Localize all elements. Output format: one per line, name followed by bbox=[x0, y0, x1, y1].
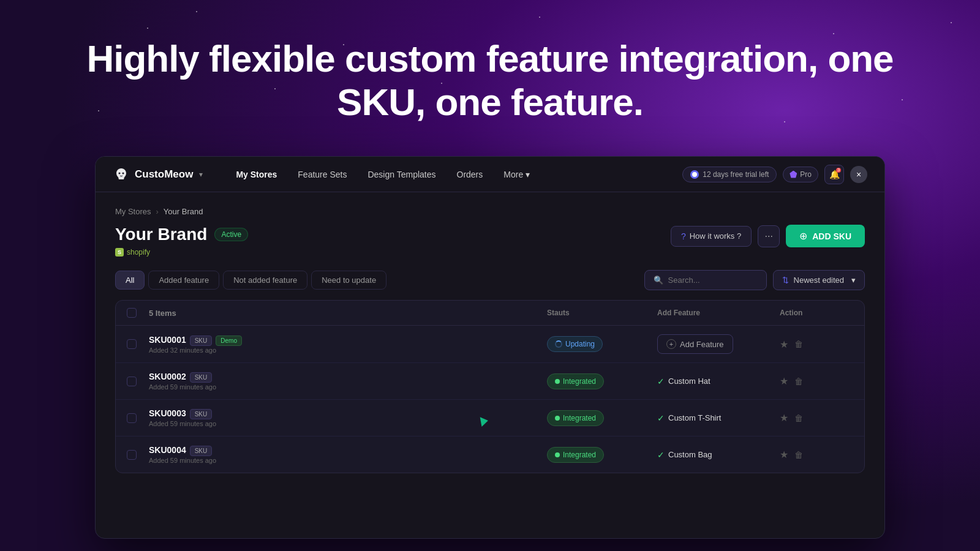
filter-tab-need-update[interactable]: Need to update bbox=[311, 271, 386, 290]
updating-spinner-icon bbox=[555, 340, 562, 348]
close-icon: × bbox=[856, 170, 861, 179]
row1-checkbox-cell bbox=[127, 339, 149, 349]
breadcrumb-current: Your Brand bbox=[164, 207, 203, 216]
row2-star-button[interactable]: ★ bbox=[780, 375, 788, 387]
row2-feature: ✓ Custom Hat bbox=[657, 377, 780, 386]
plus-icon: ⊕ bbox=[799, 230, 807, 242]
search-icon: 🔍 bbox=[654, 276, 663, 285]
row1-checkbox[interactable] bbox=[127, 339, 137, 349]
pro-badge: Pro bbox=[783, 167, 818, 182]
row3-checkbox[interactable] bbox=[127, 413, 137, 423]
app-window: CustoMeow ▾ My Stores Feature Sets Desig… bbox=[95, 156, 885, 539]
nav-design-templates[interactable]: Design Templates bbox=[359, 166, 444, 183]
filter-tabs: All Added feature Not added feature Need… bbox=[115, 271, 386, 290]
row2-time: Added 59 minutes ago bbox=[149, 383, 547, 391]
add-sku-button[interactable]: ⊕ ADD SKU bbox=[786, 225, 865, 247]
check-icon3: ✓ bbox=[657, 450, 665, 460]
hero-title: Highly flexible custom feature integrati… bbox=[61, 37, 919, 124]
table-row: SKU0001 SKU Demo Added 32 minutes ago Up… bbox=[116, 326, 864, 363]
gem-icon bbox=[790, 171, 797, 178]
close-button[interactable]: × bbox=[850, 166, 867, 183]
row3-feature-name: ✓ Custom T-Shirt bbox=[657, 413, 780, 423]
header-action: Action bbox=[780, 309, 853, 317]
main-content: My Stores › Your Brand Your Brand Active… bbox=[96, 192, 884, 538]
svg-point-2 bbox=[692, 172, 697, 177]
filter-tab-added[interactable]: Added feature bbox=[148, 271, 219, 290]
nav-right: 12 days free trial left Pro 🔔 3 × bbox=[682, 165, 867, 184]
row4-checkbox-cell bbox=[127, 450, 149, 460]
sort-icon: ⇅ bbox=[782, 276, 789, 285]
sort-chevron-icon: ▾ bbox=[851, 276, 856, 285]
row2-checkbox-cell bbox=[127, 377, 149, 386]
row2-feature-name: ✓ Custom Hat bbox=[657, 377, 780, 386]
logo-chevron-icon: ▾ bbox=[199, 170, 203, 179]
row1-status: Updating bbox=[547, 336, 657, 352]
page-title-row: Your Brand Active bbox=[115, 225, 248, 244]
add-feature-button[interactable]: + Updating Add Feature bbox=[657, 334, 733, 354]
row3-status-badge: Integrated bbox=[547, 410, 604, 426]
row4-star-button[interactable]: ★ bbox=[780, 449, 788, 460]
row1-sku-name: SKU0001 bbox=[149, 335, 186, 345]
breadcrumb-separator: › bbox=[156, 207, 159, 216]
row1-time: Added 32 minutes ago bbox=[149, 347, 547, 354]
shopify-icon: S bbox=[115, 248, 124, 257]
svg-point-1 bbox=[123, 172, 124, 174]
table-row: SKU0002 SKU Added 59 minutes ago Integra… bbox=[116, 363, 864, 400]
nav-more[interactable]: More ▾ bbox=[495, 166, 538, 183]
row2-badge-sku: SKU bbox=[190, 372, 213, 383]
nav-feature-sets[interactable]: Feature Sets bbox=[289, 166, 355, 183]
platform-badge: S shopify bbox=[115, 248, 248, 257]
row4-badge-sku: SKU bbox=[190, 446, 213, 456]
table-row: SKU0004 SKU Added 59 minutes ago Integra… bbox=[116, 437, 864, 473]
row4-sku-name: SKU0004 bbox=[149, 445, 186, 455]
logo-area[interactable]: CustoMeow ▾ bbox=[113, 166, 203, 183]
row3-actions: ★ 🗑 bbox=[780, 412, 853, 424]
row1-sku-info: SKU0001 SKU Demo Added 32 minutes ago bbox=[149, 335, 547, 354]
hero-section: Highly flexible custom feature integrati… bbox=[0, 37, 980, 124]
trial-icon bbox=[690, 170, 699, 179]
header-checkbox-cell bbox=[127, 308, 149, 318]
row1-delete-button[interactable]: 🗑 bbox=[794, 339, 803, 349]
row4-status-badge: Integrated bbox=[547, 447, 604, 463]
notification-dot: 3 bbox=[836, 168, 841, 173]
row3-star-button[interactable]: ★ bbox=[780, 412, 788, 424]
row2-actions: ★ 🗑 bbox=[780, 375, 853, 387]
row4-checkbox[interactable] bbox=[127, 450, 137, 460]
nav-links: My Stores Feature Sets Design Templates … bbox=[227, 166, 682, 183]
row4-time: Added 59 minutes ago bbox=[149, 457, 547, 464]
row2-delete-button[interactable]: 🗑 bbox=[794, 377, 803, 386]
sku-table: 5 Items Stauts Add feature Action SKU000… bbox=[115, 300, 865, 473]
more-options-button[interactable]: ··· bbox=[758, 225, 780, 247]
breadcrumb-parent[interactable]: My Stores bbox=[115, 207, 151, 216]
row3-feature: ✓ Custom T-Shirt bbox=[657, 413, 780, 423]
search-box[interactable]: 🔍 bbox=[644, 270, 767, 290]
search-input[interactable] bbox=[668, 276, 758, 285]
filter-tab-not-added[interactable]: Not added feature bbox=[223, 271, 307, 290]
pro-text: Pro bbox=[800, 170, 812, 179]
row4-delete-button[interactable]: 🗑 bbox=[794, 450, 803, 460]
header-add-feature: Add feature bbox=[657, 309, 780, 317]
row1-actions: ★ 🗑 bbox=[780, 339, 853, 350]
row2-checkbox[interactable] bbox=[127, 377, 137, 386]
sort-dropdown[interactable]: ⇅ Newest edited ▾ bbox=[773, 270, 865, 290]
row4-feature-name: ✓ Custom Bag bbox=[657, 450, 780, 460]
page-title: Your Brand bbox=[115, 225, 207, 244]
how-it-works-button[interactable]: ? How it works ? bbox=[671, 226, 752, 247]
header-items-count: 5 Items bbox=[149, 309, 547, 318]
integrated-dot-icon3 bbox=[555, 452, 560, 457]
row1-star-button[interactable]: ★ bbox=[780, 339, 788, 350]
more-chevron-icon: ▾ bbox=[526, 170, 530, 179]
filter-bar: All Added feature Not added feature Need… bbox=[115, 270, 865, 290]
table-header: 5 Items Stauts Add feature Action bbox=[116, 301, 864, 326]
integrated-dot-icon bbox=[555, 379, 560, 384]
select-all-checkbox[interactable] bbox=[127, 308, 137, 318]
breadcrumb: My Stores › Your Brand bbox=[115, 207, 865, 216]
trial-text: 12 days free trial left bbox=[703, 170, 769, 179]
row3-delete-button[interactable]: 🗑 bbox=[794, 413, 803, 423]
filter-tab-all[interactable]: All bbox=[115, 271, 145, 290]
nav-orders[interactable]: Orders bbox=[448, 166, 492, 183]
notifications-button[interactable]: 🔔 3 bbox=[824, 165, 844, 184]
logo-icon bbox=[113, 166, 130, 183]
nav-my-stores[interactable]: My Stores bbox=[227, 166, 285, 183]
header-actions: ? How it works ? ··· ⊕ ADD SKU bbox=[671, 225, 865, 247]
